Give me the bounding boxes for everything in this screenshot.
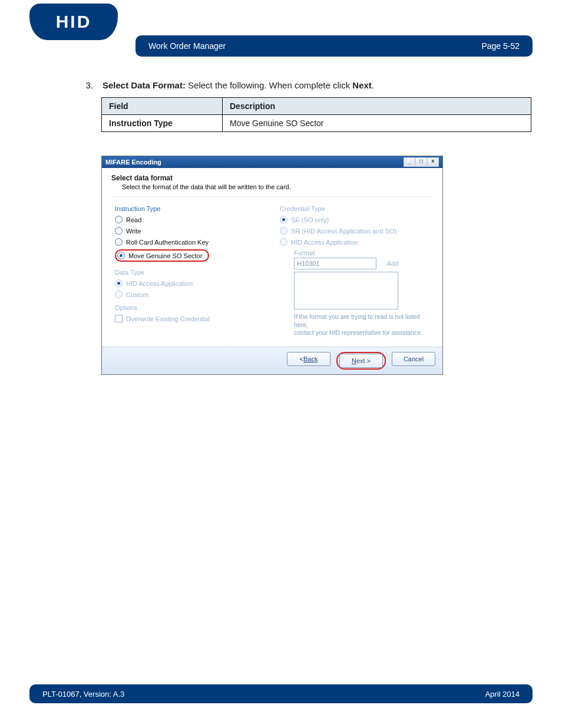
- cancel-button[interactable]: Cancel: [392, 352, 435, 366]
- radio-icon: [115, 238, 123, 246]
- radio-move-genuine-so-sector[interactable]: Move Genuine SO Sector: [117, 252, 202, 259]
- radio-icon: [117, 252, 125, 259]
- back-button-label: Back: [303, 355, 318, 363]
- radio-hid-access-application-right: HID Access Application: [280, 238, 433, 246]
- table-header-row: Field Description: [102, 98, 531, 115]
- close-button[interactable]: ×: [427, 157, 439, 167]
- dialog-footer: < Back Next > Cancel: [102, 347, 442, 374]
- options-label: Options: [115, 304, 268, 311]
- radio-icon: [280, 216, 287, 223]
- col-field: Field: [102, 98, 223, 115]
- step-number: 3.: [82, 80, 93, 90]
- minimize-button[interactable]: _: [404, 157, 415, 167]
- maximize-button[interactable]: □: [415, 157, 427, 167]
- radio-se-so-only: SE (SO only): [280, 216, 433, 223]
- format-label: Format:: [294, 249, 433, 256]
- radio-se-label: SE (SO only): [291, 216, 329, 223]
- radio-icon: [280, 238, 287, 246]
- hid-logo-text: HID: [56, 12, 92, 32]
- radio-hid-app-right-label: HID Access Application: [291, 239, 358, 246]
- credential-type-panel: Credential Type SE (SO only) SR (HID Acc…: [280, 205, 433, 337]
- field-description-table: Field Description Instruction Type Move …: [101, 97, 531, 132]
- cell-description: Move Genuine SO Sector: [223, 115, 531, 132]
- hid-logo: HID: [29, 4, 118, 40]
- add-format-link: Add: [387, 260, 399, 267]
- radio-move-label: Move Genuine SO Sector: [128, 252, 202, 259]
- cell-field: Instruction Type: [102, 115, 223, 132]
- header-title: Work Order Manager: [148, 41, 226, 51]
- radio-roll-card-auth-key[interactable]: Roll Card Authentication Key: [115, 238, 268, 246]
- select-data-format-subtext: Select the format of the data that will …: [122, 183, 433, 190]
- radio-read[interactable]: Read: [115, 216, 268, 223]
- mifare-encoding-dialog: MIFARE Encoding _ □ × Select data format…: [101, 156, 443, 375]
- radio-sr: SR (HID Access Application and SO): [280, 227, 433, 235]
- step-bold-end: Next: [352, 80, 372, 90]
- radio-roll-label: Roll Card Authentication Key: [126, 239, 209, 246]
- radio-hid-access-application: HID Access Application: [115, 279, 268, 287]
- format-value: H10301: [297, 260, 320, 267]
- format-listbox: [294, 272, 398, 309]
- document-header: HID Work Order Manager Page 5-52: [0, 4, 562, 45]
- step-rest: Select the following. When complete clic…: [186, 80, 352, 90]
- radio-sr-label: SR (HID Access Application and SO): [291, 228, 396, 235]
- radio-icon: [115, 227, 123, 235]
- step-period: .: [372, 80, 374, 90]
- back-button[interactable]: < Back: [287, 352, 330, 366]
- step-3: 3. Select Data Format: Select the follow…: [82, 80, 527, 90]
- instruction-type-panel: Instruction Type Read Write: [115, 205, 268, 337]
- radio-hid-app-label: HID Access Application: [126, 280, 193, 287]
- footer-doc-id: PLT-01067, Version: A.3: [42, 690, 124, 699]
- dialog-titlebar: MIFARE Encoding _ □ ×: [102, 156, 442, 168]
- radio-custom-label: Custom: [126, 291, 148, 298]
- overwrite-label: Overwrite Existing Credential: [126, 315, 210, 322]
- instruction-type-label: Instruction Type: [115, 205, 268, 212]
- select-data-format-heading: Select data format: [111, 174, 433, 182]
- radio-icon: [115, 291, 123, 298]
- footer-date: April 2014: [485, 690, 520, 699]
- dialog-title: MIFARE Encoding: [105, 159, 161, 166]
- radio-write-label: Write: [126, 228, 141, 235]
- format-help-line2: contact your HID representative for assi…: [294, 329, 422, 336]
- next-button[interactable]: Next >: [339, 354, 383, 368]
- credential-type-label: Credential Type: [280, 205, 433, 212]
- radio-icon: [115, 279, 123, 287]
- radio-write[interactable]: Write: [115, 227, 268, 235]
- check-overwrite-existing-credential: Overwrite Existing Credential: [115, 315, 268, 322]
- step-bold-lead: Select Data Format:: [103, 80, 186, 90]
- next-button-highlight: Next >: [336, 352, 386, 370]
- radio-icon: [115, 216, 123, 223]
- radio-icon: [280, 227, 287, 235]
- format-input: H10301: [294, 258, 376, 269]
- radio-read-label: Read: [126, 216, 141, 223]
- checkbox-icon: [115, 315, 123, 322]
- document-footer: PLT-01067, Version: A.3 April 2014: [29, 684, 533, 703]
- step-text: Select Data Format: Select the following…: [103, 80, 374, 90]
- format-help-text: If the format you are trying to read is …: [294, 313, 433, 337]
- format-help-line1: If the format you are trying to read is …: [294, 313, 420, 328]
- table-row: Instruction Type Move Genuine SO Sector: [102, 115, 531, 132]
- move-genuine-so-sector-highlight: Move Genuine SO Sector: [115, 249, 209, 262]
- header-page-label: Page 5-52: [481, 41, 520, 51]
- radio-custom: Custom: [115, 291, 268, 298]
- data-type-label: Data Type: [115, 269, 268, 276]
- col-description: Description: [223, 98, 531, 115]
- header-bar: Work Order Manager Page 5-52: [135, 35, 533, 57]
